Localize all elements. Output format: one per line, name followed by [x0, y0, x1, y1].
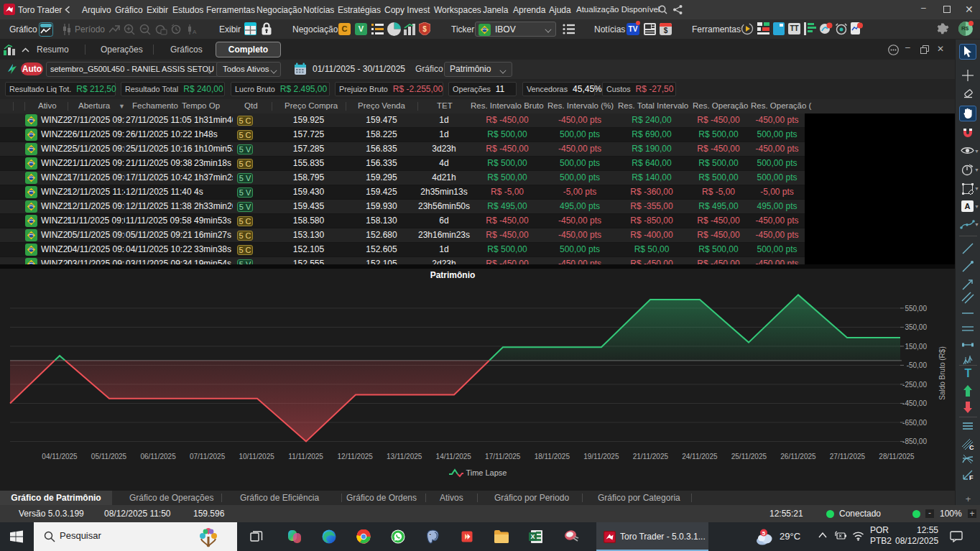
svg-text:$: $: [422, 25, 427, 33]
svg-text:F: F: [969, 474, 974, 481]
svg-text:X: X: [530, 533, 535, 540]
svg-text:C: C: [969, 444, 974, 450]
svg-text:5: 5: [762, 530, 766, 537]
svg-text:A: A: [193, 29, 197, 35]
